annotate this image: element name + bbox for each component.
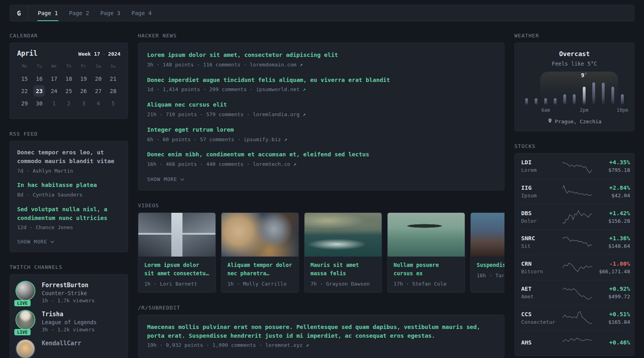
stock-name: Consectetur	[521, 319, 563, 325]
calendar-day: 28	[107, 85, 119, 97]
hackernews-show-more-button[interactable]: SHOW MORE	[147, 176, 495, 182]
rss-show-more-button[interactable]: SHOW MORE	[17, 239, 120, 245]
calendar-weekday-label: Tu	[37, 64, 42, 72]
avatar	[16, 311, 35, 329]
external-link-icon: ↗	[284, 136, 287, 142]
rss-item-meta: 12d · Chance Jones	[17, 224, 120, 232]
app-logo[interactable]: G	[10, 5, 28, 21]
twitch-channel-row[interactable]: LIVE Trisha League of Legends 3h · 1.2k …	[16, 311, 121, 333]
reddit-card: Maecenas mollis pulvinar erat non posuer…	[138, 315, 504, 358]
stock-change: +1.36%	[592, 235, 630, 241]
nav-tab[interactable]: Page 4	[126, 5, 157, 21]
twitch-widget: TWITCH CHANNELS LIVE ForrestBurton Count…	[10, 264, 128, 358]
hackernews-item: Aliquam nec cursus elit 21h · 710 points…	[147, 101, 495, 119]
hackernews-item-title[interactable]: Donec imperdiet augue tincidunt felis al…	[147, 76, 495, 85]
live-badge: LIVE	[14, 300, 31, 306]
stock-row[interactable]: IIG Ipsum +2.84% $42.04	[521, 179, 628, 204]
calendar-weekday-label: Sa	[96, 64, 101, 72]
hackernews-item-domain[interactable]: loremtech.co	[253, 161, 290, 167]
stock-change: -1.00%	[592, 261, 630, 267]
nav-tab-label: Page 4	[132, 10, 152, 16]
twitch-channel-name[interactable]: KendallCarr	[42, 340, 81, 347]
avatar	[16, 340, 35, 358]
rss-item-title[interactable]: Sed volutpat nulla nisl, a condimentum n…	[17, 205, 120, 223]
video-title[interactable]: Aliquam tempor dolor nec pharetra…	[221, 257, 299, 278]
nav-tab[interactable]: Page 3	[95, 5, 126, 21]
stock-name: Dolor	[521, 218, 563, 224]
hackernews-item-title[interactable]: Maecenas mollis pulvinar erat non posuer…	[147, 323, 495, 340]
weather-bar	[583, 87, 586, 105]
video-title[interactable]: Nullam posuere cursus ex	[388, 257, 465, 278]
hackernews-list: Lorem ipsum dolor sit amet, consectetur …	[147, 51, 495, 168]
nav-tab[interactable]: Page 2	[64, 5, 95, 21]
twitch-channel-row[interactable]: KendallCarr	[16, 340, 121, 358]
video-card[interactable]: Nullam posuere cursus ex 17h · Stefan Co…	[387, 212, 465, 293]
calendar-widget: CALENDAR April Week 17·2024 MoTuWeThFrSa…	[10, 33, 128, 119]
stock-row[interactable]: SNRC Sit +1.36% $148.64	[521, 230, 628, 255]
hackernews-item-meta: 21h · 710 points · 579 comments · loreml…	[147, 111, 495, 119]
hackernews-item-title[interactable]: Integer eget rutrum lorem	[147, 126, 495, 134]
video-card[interactable]: Lorem ipsum dolor sit amet consectetu… 1…	[138, 212, 216, 293]
stock-row[interactable]: AET Amet +0.92% $499.72	[521, 280, 628, 305]
external-link-icon: ↗	[306, 342, 309, 348]
stock-sparkline	[563, 311, 592, 325]
stock-sparkline	[563, 159, 592, 173]
calendar-day: 16	[33, 73, 45, 84]
video-title[interactable]: Suspendisse diam	[471, 257, 504, 269]
calendar-day: 19	[78, 73, 89, 84]
stocks-card: LDI Lorem +4.35% $795.18 IIG Ipsum +2.84…	[514, 153, 634, 356]
weather-bar	[602, 83, 605, 105]
video-card[interactable]: Aliquam tempor dolor nec pharetra… 1h · …	[221, 212, 299, 293]
video-thumbnail[interactable]	[138, 213, 215, 257]
rss-item-title[interactable]: Donec tempor eros leo, ut commodo mauris…	[17, 148, 120, 166]
twitch-channel-row[interactable]: LIVE ForrestBurton Counter-Strike 1h · 1…	[16, 282, 121, 304]
calendar-day: 21	[107, 73, 119, 84]
video-thumbnail[interactable]	[388, 213, 465, 257]
rss-widget: RSS FEED Donec tempor eros leo, ut commo…	[10, 131, 128, 252]
hackernews-item-meta: 6h · 60 points · 57 comments · ipsumify.…	[147, 136, 495, 144]
video-thumbnail[interactable]	[471, 213, 504, 257]
hackernews-item-title[interactable]: Donec enim nibh, condimentum et accumsan…	[147, 150, 495, 159]
stock-row[interactable]: AHS +0.46%	[521, 331, 628, 356]
right-column: WEATHER Overcast Feels like 5°C 9° 6am2p…	[514, 33, 634, 358]
calendar-day: 1	[48, 97, 60, 109]
hackernews-item-domain[interactable]: loremdomain.com	[250, 62, 296, 68]
hackernews-item-domain[interactable]: ipsumify.biz	[244, 136, 281, 142]
videos-section-label: VIDEOS	[138, 202, 504, 208]
external-link-icon: ↗	[293, 161, 297, 167]
twitch-channel-name[interactable]: ForrestBurton	[42, 282, 95, 289]
calendar-day: 22	[19, 85, 30, 97]
hackernews-item-meta: 19h · 9,932 points · 1,090 comments · lo…	[147, 342, 495, 349]
video-card[interactable]: Suspendisse diam 18h · Tara	[470, 212, 504, 293]
weather-bar	[535, 98, 537, 105]
hackernews-item-title[interactable]: Lorem ipsum dolor sit amet, consectetur …	[147, 51, 495, 60]
stock-row[interactable]: CCS Consectetur +0.51% $165.84	[521, 305, 628, 331]
video-title[interactable]: Lorem ipsum dolor sit amet consectetu…	[138, 257, 215, 278]
video-card[interactable]: Mauris sit amet massa felis 7h · Grayson…	[304, 212, 382, 293]
twitch-channel-name[interactable]: Trisha	[42, 311, 97, 318]
video-meta: 7h · Grayson Dawson	[305, 278, 382, 287]
stock-row[interactable]: LDI Lorem +4.35% $795.18	[521, 154, 628, 179]
hackernews-item-domain[interactable]: ipsumworld.net	[256, 86, 300, 92]
stock-price: $148.64	[592, 243, 630, 249]
rss-item-title[interactable]: In hac habitasse platea	[17, 181, 120, 190]
twitch-avatar-wrap	[16, 340, 35, 358]
hackernews-item-meta: 16h · 468 points · 440 comments · loremt…	[147, 161, 495, 168]
weather-chart: 9° 6am2pm10pm	[525, 72, 624, 113]
stocks-widget: STOCKS LDI Lorem +4.35% $795.18 IIG Ipsu…	[514, 143, 634, 356]
hackernews-item-domain[interactable]: loremlandia.org	[253, 111, 299, 117]
hackernews-section-label: HACKER NEWS	[138, 33, 504, 39]
nav-tab-label: Page 3	[100, 10, 120, 16]
video-thumbnail[interactable]	[221, 213, 299, 257]
nav-tab[interactable]: Page 1	[32, 5, 64, 21]
location-pin-icon	[547, 118, 553, 125]
video-meta: 18h · Tara	[471, 269, 504, 278]
hackernews-item-title[interactable]: Aliquam nec cursus elit	[147, 101, 495, 109]
video-title[interactable]: Mauris sit amet massa felis	[305, 257, 382, 278]
video-row: Lorem ipsum dolor sit amet consectetu… 1…	[138, 212, 504, 293]
stock-row[interactable]: DBS Dolor +1.42% $156.28	[521, 204, 628, 230]
stock-row[interactable]: CRN Bitcorn -1.00% $66,171.48	[521, 255, 628, 280]
video-thumbnail[interactable]	[305, 213, 382, 257]
hackernews-card: Lorem ipsum dolor sit amet, consectetur …	[138, 43, 504, 191]
hackernews-item-domain[interactable]: loremnet.xyz	[265, 342, 303, 348]
